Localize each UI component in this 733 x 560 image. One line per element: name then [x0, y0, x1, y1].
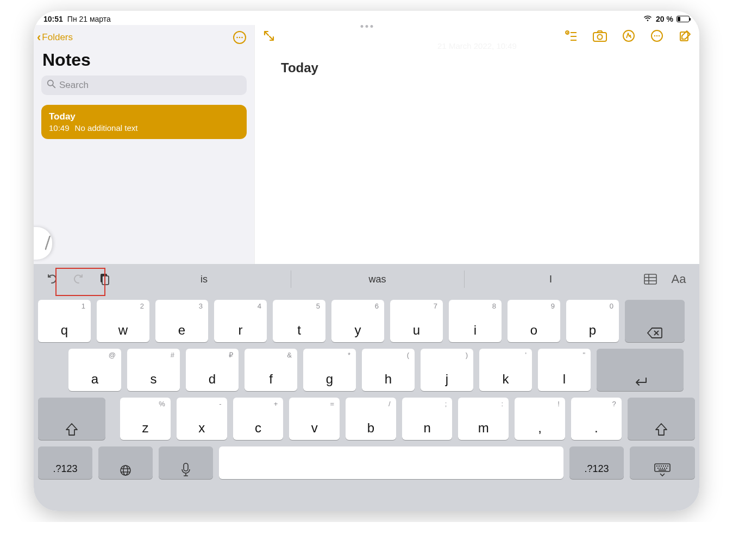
- key-w[interactable]: w2: [97, 300, 149, 342]
- search-icon: [47, 79, 56, 91]
- battery-pct: 20 %: [656, 15, 673, 23]
- key-g[interactable]: g*: [303, 349, 356, 391]
- numeric-switch-key-right[interactable]: .?123: [569, 446, 624, 479]
- status-time: 10:51: [43, 15, 63, 23]
- key-y[interactable]: y6: [331, 300, 384, 342]
- note-item-time: 10:49: [49, 123, 70, 133]
- svg-point-11: [598, 35, 603, 40]
- backspace-key[interactable]: [625, 300, 685, 342]
- back-label: Folders: [42, 32, 73, 43]
- sidebar-more-button[interactable]: [233, 30, 247, 45]
- markup-icon[interactable]: [622, 29, 635, 42]
- svg-point-25: [123, 465, 128, 475]
- svg-rect-35: [667, 465, 668, 467]
- shift-key-left[interactable]: [38, 398, 105, 440]
- camera-icon[interactable]: [593, 29, 607, 42]
- svg-rect-34: [665, 465, 666, 467]
- note-item-preview: No additional text: [75, 123, 138, 133]
- prediction-2[interactable]: was: [291, 264, 464, 294]
- notes-sidebar: ‹ Folders Notes Search Today 10:49 No ad…: [34, 25, 254, 264]
- note-editor-pane: 21 March 2022, 10:49 Today: [254, 25, 699, 264]
- battery-icon: [676, 16, 690, 22]
- key-v[interactable]: v=: [289, 398, 340, 440]
- key-j[interactable]: j): [421, 349, 473, 391]
- prediction-3[interactable]: I: [464, 264, 637, 294]
- key-x[interactable]: x-: [177, 398, 227, 440]
- wifi-icon: [643, 15, 653, 24]
- key-f[interactable]: f&: [245, 349, 297, 391]
- redo-button[interactable]: [65, 264, 91, 294]
- note-item-title: Today: [49, 111, 239, 122]
- key-z[interactable]: z%: [120, 398, 171, 440]
- svg-rect-41: [659, 470, 666, 471]
- svg-point-16: [659, 35, 660, 36]
- key-c[interactable]: c+: [233, 398, 284, 440]
- svg-rect-19: [102, 276, 109, 285]
- svg-rect-33: [663, 465, 664, 467]
- numeric-switch-key[interactable]: .?123: [38, 446, 92, 479]
- key-q[interactable]: q1: [38, 300, 91, 342]
- back-to-folders-button[interactable]: ‹ Folders: [37, 32, 73, 43]
- return-key[interactable]: [597, 349, 684, 391]
- note-timestamp: 21 March 2022, 10:49: [255, 41, 699, 51]
- key-r[interactable]: r4: [214, 300, 267, 342]
- checklist-icon[interactable]: [565, 29, 578, 42]
- expand-icon[interactable]: [262, 29, 275, 42]
- note-more-button[interactable]: [650, 29, 663, 42]
- sidebar-title: Notes: [34, 48, 254, 75]
- note-list-item[interactable]: Today 10:49 No additional text: [41, 105, 247, 139]
- key-comma[interactable]: ,!: [515, 398, 565, 440]
- chevron-left-icon: ‹: [37, 32, 41, 43]
- key-p[interactable]: p0: [566, 300, 619, 342]
- svg-point-15: [656, 35, 657, 36]
- dictation-key[interactable]: [159, 446, 213, 479]
- key-o[interactable]: o9: [508, 300, 560, 342]
- shift-key-right[interactable]: [628, 398, 695, 440]
- multitask-dots-icon[interactable]: [360, 25, 373, 28]
- svg-rect-40: [666, 468, 667, 469]
- svg-rect-20: [644, 274, 656, 284]
- space-key[interactable]: [219, 446, 563, 479]
- key-s[interactable]: s#: [127, 349, 180, 391]
- note-body-title[interactable]: Today: [255, 51, 699, 85]
- table-button[interactable]: [637, 264, 663, 294]
- onscreen-keyboard: is was I Aa q1w2e3r4t5y6u7i8o9p0 a@s#d₽f…: [34, 264, 699, 511]
- svg-rect-28: [184, 463, 188, 471]
- svg-rect-32: [661, 465, 662, 467]
- svg-rect-30: [656, 465, 657, 467]
- clipboard-button[interactable]: [91, 264, 117, 294]
- text-format-button[interactable]: Aa: [663, 264, 694, 294]
- key-d[interactable]: d₽: [186, 349, 239, 391]
- key-h[interactable]: h(: [362, 349, 415, 391]
- key-e[interactable]: e3: [155, 300, 208, 342]
- prediction-1[interactable]: is: [117, 264, 291, 294]
- svg-rect-38: [662, 468, 663, 469]
- key-u[interactable]: u7: [390, 300, 443, 342]
- key-b[interactable]: b/: [346, 398, 396, 440]
- key-l[interactable]: l": [538, 349, 591, 391]
- key-a[interactable]: a@: [68, 349, 121, 391]
- compose-icon[interactable]: [679, 29, 692, 42]
- key-n[interactable]: n;: [402, 398, 453, 440]
- svg-rect-36: [657, 468, 659, 469]
- svg-point-4: [48, 80, 53, 86]
- svg-point-3: [241, 37, 243, 39]
- undo-button[interactable]: [39, 264, 65, 294]
- svg-point-14: [654, 35, 655, 36]
- search-placeholder: Search: [59, 80, 89, 91]
- key-i[interactable]: i8: [449, 300, 502, 342]
- svg-rect-31: [659, 465, 660, 467]
- svg-rect-37: [660, 468, 661, 469]
- key-period[interactable]: .?: [571, 398, 622, 440]
- svg-rect-10: [593, 33, 606, 41]
- key-t[interactable]: t5: [273, 300, 325, 342]
- svg-line-5: [53, 85, 55, 87]
- search-input[interactable]: Search: [41, 75, 247, 95]
- status-date: Пн 21 марта: [67, 15, 111, 23]
- svg-point-24: [121, 465, 130, 475]
- key-k[interactable]: k': [479, 349, 532, 391]
- hide-keyboard-key[interactable]: [630, 446, 695, 479]
- key-m[interactable]: m:: [458, 398, 509, 440]
- svg-point-2: [239, 37, 241, 39]
- globe-key[interactable]: [98, 446, 153, 479]
